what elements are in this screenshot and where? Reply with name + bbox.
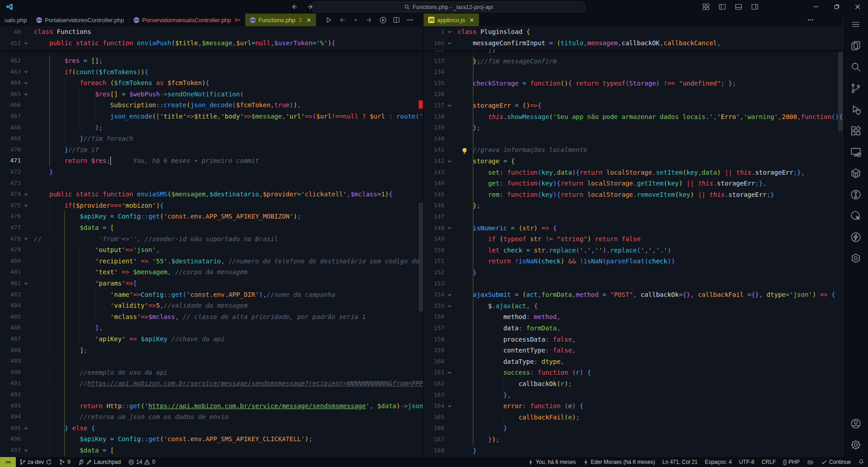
account-icon[interactable] (843, 413, 868, 434)
tab-portalservidorescontroller-php[interactable]: phpPortalservidoresController.php (32, 14, 129, 26)
code-line-156[interactable]: 156method: method, (424, 311, 843, 323)
scrollbar-thumb[interactable] (838, 52, 843, 131)
code-line-484[interactable]: 484'validity'=>5,//validade da mensagem (0, 300, 423, 311)
status-eol[interactable]: CRLF (758, 457, 779, 467)
tab-porservidormanualscontroller-php[interactable]: phpPorservidormanualsController.php9+ (129, 14, 245, 26)
toggle-panel-icon[interactable] (734, 2, 743, 12)
code-line-483[interactable]: 483'name'=>Config::get('const.env.APP_DI… (0, 289, 423, 300)
gitlens-inspect-icon[interactable] (843, 205, 868, 226)
fold-chevron-icon[interactable] (24, 423, 32, 434)
code-line-145[interactable]: 145rem: function(key){return localStorag… (424, 189, 843, 200)
code-line-165[interactable]: 165callbackFail(e); (424, 412, 843, 423)
code-line-135[interactable]: 135checkStorage = function(){ return typ… (424, 78, 843, 89)
status-gitlens-launchpad[interactable]: Launchpad (74, 457, 124, 467)
code-line-136[interactable]: 136 (424, 89, 843, 100)
dot-icon[interactable] (352, 16, 360, 24)
editor-functions-php[interactable]: 462$res = [];463if(count($fcmTokens)){46… (0, 26, 424, 457)
code-line-139[interactable]: 139}; (424, 122, 843, 133)
code-line-467[interactable]: 467json_encode(['title'=>$title,'body'=>… (0, 111, 423, 122)
code-line-148[interactable]: 148isNumeric = (str) => { (424, 223, 843, 234)
code-line-168[interactable]: 168} (424, 445, 843, 457)
code-line-138[interactable]: 138this.showMessage('Seu app não pode ar… (424, 111, 843, 123)
code-line-146[interactable]: 146}; (424, 200, 843, 211)
code-line-143[interactable]: 143set: function(key,data){return localS… (424, 167, 843, 178)
fold-chevron-icon[interactable] (24, 67, 32, 78)
code-line-155[interactable]: 155$.ajax(act, { (424, 300, 843, 312)
code-line-472[interactable]: 472} (0, 167, 423, 178)
code-line-471[interactable]: 471return $res;You, há 6 meses • primeir… (0, 155, 423, 167)
tab-uals-php[interactable]: uals.php (0, 14, 32, 26)
fold-chevron-icon[interactable] (447, 156, 455, 167)
editor-applinco-js[interactable]: 132})133};//fim messageConfirm134135chec… (424, 26, 843, 457)
fold-chevron-icon[interactable] (24, 445, 32, 456)
code-line-140[interactable]: 140 (424, 133, 843, 145)
code-line-497[interactable]: 497$data = [ (0, 445, 423, 456)
code-line-464[interactable]: 464foreach ($fcmTokens as $fcmToken){ (0, 77, 423, 89)
code-line-153[interactable]: 153 (424, 278, 843, 290)
sticky-line-452[interactable]: 452public static function enviaPush($tit… (0, 38, 423, 49)
status-blame-you[interactable]: You, há 6 meses (524, 457, 579, 467)
code-line-144[interactable]: 144get: function(key){return localStorag… (424, 178, 843, 189)
code-line-164[interactable]: 164error: function (e) { (424, 400, 843, 412)
code-line-496[interactable]: 496$apiKey = Config::get('const.env.APP_… (0, 434, 423, 445)
run-debug-icon[interactable] (843, 99, 868, 120)
tab-functions-php[interactable]: phpFunctions.php2 (245, 14, 316, 26)
remote-explorer-icon[interactable] (843, 141, 868, 162)
fold-chevron-icon[interactable] (447, 38, 455, 49)
code-line-161[interactable]: 161success: function (r) { (424, 367, 843, 378)
toggle-sidebar-icon[interactable] (718, 2, 727, 12)
fold-chevron-icon[interactable] (24, 77, 32, 89)
fold-chevron-icon[interactable] (447, 300, 455, 312)
code-line-479[interactable]: 479'output'=>'json', (0, 244, 423, 256)
nav-back-icon[interactable] (288, 1, 300, 12)
status-encoding[interactable]: UTF-8 (735, 457, 758, 467)
code-line-476[interactable]: 476$apiKey = Config::get('const.env.APP_… (0, 211, 423, 222)
api-icon[interactable] (843, 248, 868, 269)
code-line-482[interactable]: 482'params'=>[ (0, 278, 423, 289)
code-line-142[interactable]: 142storage = { (424, 156, 843, 167)
code-line-149[interactable]: 149if (typeof str != "string") return fa… (424, 234, 843, 245)
nav-back-icon[interactable] (338, 16, 346, 24)
fold-chevron-icon[interactable] (447, 100, 455, 111)
code-line-158[interactable]: 158processData: false, (424, 334, 843, 345)
code-line-163[interactable]: 163}, (424, 390, 843, 401)
source-control-icon[interactable] (843, 77, 868, 99)
code-line-463[interactable]: 463if(count($fcmTokens)){ (0, 67, 423, 78)
code-line-478[interactable]: 478// 'from'=>'', //sender-id não suport… (0, 234, 423, 245)
menu-icon[interactable] (843, 14, 868, 35)
code-line-494[interactable]: 494//retorna um json com os dados de env… (0, 411, 423, 423)
containers-icon[interactable] (843, 162, 868, 184)
scrollbar-thumb[interactable] (419, 203, 423, 311)
sticky-line-40[interactable]: 40class Functions (0, 26, 423, 38)
code-line-492[interactable]: 492 (0, 389, 423, 400)
status-git-branch[interactable]: za-dev (16, 457, 56, 467)
sticky-line-105[interactable]: 105messageConfirmInput = (titulo,mensage… (424, 38, 843, 49)
fold-chevron-icon[interactable] (447, 26, 455, 38)
status-cursor-position[interactable]: Ln 471, Col 21 (658, 457, 701, 467)
code-line-141[interactable]: 141//grava informações localmente (424, 144, 843, 156)
close-window-icon[interactable] (847, 0, 868, 14)
code-line-137[interactable]: 137storageErr = ()=>{ (424, 100, 843, 111)
code-line-486[interactable]: 486], (0, 322, 423, 334)
fold-chevron-icon[interactable] (447, 223, 455, 234)
code-line-462[interactable]: 462$res = []; (0, 55, 423, 67)
code-line-151[interactable]: 151return !isNaN(check) && !isNaN(parseF… (424, 256, 843, 267)
code-line-485[interactable]: 485'mclass'=>$mclass, // classe de alta … (0, 311, 423, 323)
code-line-154[interactable]: 154ajaxSubmit = (act,formData,method = "… (424, 289, 843, 300)
search-icon[interactable] (843, 56, 868, 77)
code-line-489[interactable]: 489 (0, 356, 423, 367)
code-line-166[interactable]: 166} (424, 423, 843, 434)
code-line-162[interactable]: 162callbackOk(r); (424, 378, 843, 390)
code-line-167[interactable]: 167}); (424, 434, 843, 445)
tab-close-icon[interactable] (469, 18, 474, 23)
ellipsis-icon[interactable] (806, 16, 815, 24)
code-line-491[interactable]: 491//https://api.mobizon.com.br/service/… (0, 378, 423, 389)
fold-chevron-icon[interactable] (24, 89, 32, 100)
nav-forward-icon[interactable] (365, 16, 373, 24)
status-notifications-bell[interactable] (854, 457, 868, 467)
code-line-133[interactable]: 133};//fim messageConfirm (424, 56, 843, 67)
status-problems[interactable]: 140 (124, 457, 159, 467)
code-line-150[interactable]: 150let check = str.replace('.','').repla… (424, 245, 843, 256)
minimize-icon[interactable] (806, 0, 826, 14)
code-line-466[interactable]: 466Subscription::create(json_decode($fcm… (0, 100, 423, 111)
